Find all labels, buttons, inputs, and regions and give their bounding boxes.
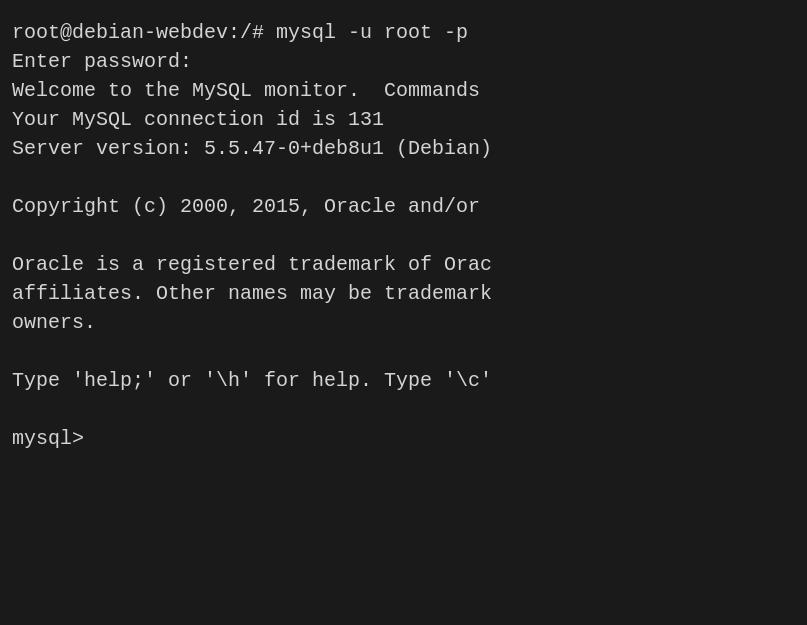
- terminal-line: Server version: 5.5.47-0+deb8u1 (Debian): [12, 134, 795, 163]
- blank-line: [12, 337, 795, 366]
- terminal-line: root@debian-webdev:/# mysql -u root -p: [12, 18, 795, 47]
- terminal-line: affiliates. Other names may be trademark: [12, 279, 795, 308]
- terminal-window[interactable]: root@debian-webdev:/# mysql -u root -p E…: [0, 0, 807, 625]
- copyright-line: Copyright (c) 2000, 2015, Oracle and/or: [12, 192, 795, 221]
- terminal-line: Welcome to the MySQL monitor. Commands: [12, 76, 795, 105]
- terminal-line: owners.: [12, 308, 795, 337]
- terminal-line: Enter password:: [12, 47, 795, 76]
- terminal-line: Oracle is a registered trademark of Orac: [12, 250, 795, 279]
- blank-line: [12, 395, 795, 424]
- blank-line: [12, 163, 795, 192]
- blank-line: [12, 221, 795, 250]
- mysql-prompt[interactable]: mysql>: [12, 424, 795, 453]
- terminal-line: Your MySQL connection id is 131: [12, 105, 795, 134]
- help-line: Type 'help;' or '\h' for help. Type '\c': [12, 366, 795, 395]
